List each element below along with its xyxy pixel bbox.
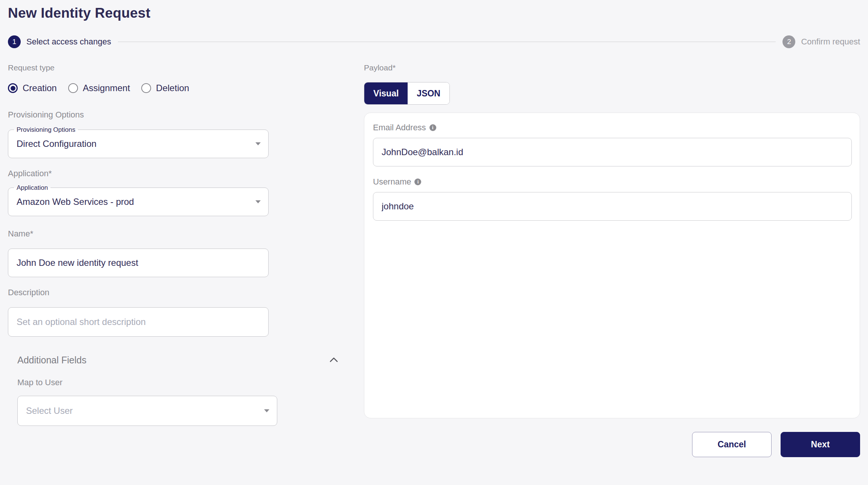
username-input[interactable]	[382, 192, 843, 220]
next-button[interactable]: Next	[781, 432, 860, 457]
chevron-down-icon	[255, 142, 261, 145]
additional-fields-title: Additional Fields	[17, 355, 86, 366]
payload-json-tab[interactable]: JSON	[408, 82, 449, 104]
username-input-box	[373, 192, 852, 221]
name-input[interactable]	[17, 249, 260, 277]
provisioning-float-label: Provisioning Options	[14, 126, 78, 134]
step-1-label: Select access changes	[26, 37, 111, 47]
chevron-down-icon	[255, 200, 261, 203]
stepper: 1 Select access changes 2 Confirm reques…	[8, 35, 860, 48]
form-content: Request type Creation Assignment Deletio…	[8, 48, 860, 457]
payload-card: Email Address i Username i	[364, 113, 860, 418]
radio-creation[interactable]: Creation	[8, 83, 57, 93]
info-icon[interactable]: i	[429, 124, 436, 131]
radio-deletion-label: Deletion	[156, 83, 189, 93]
step-2-label: Confirm request	[801, 37, 860, 47]
radio-assignment[interactable]: Assignment	[68, 83, 130, 93]
description-input[interactable]	[17, 308, 260, 336]
radio-selected-dot	[11, 86, 15, 91]
radio-creation-label: Creation	[23, 83, 57, 93]
application-float-label: Application	[14, 184, 50, 192]
request-type-label: Request type	[8, 63, 269, 72]
application-section-label: Application*	[8, 169, 269, 178]
radio-deletion[interactable]: Deletion	[141, 83, 189, 93]
step-2-circle: 2	[782, 35, 795, 48]
cancel-button[interactable]: Cancel	[692, 432, 772, 457]
request-type-radio-group: Creation Assignment Deletion	[8, 83, 269, 93]
username-label: Username	[373, 177, 411, 187]
chevron-up-icon	[330, 357, 338, 362]
email-field-group: Email Address i	[373, 123, 851, 166]
email-input-box	[373, 138, 852, 166]
radio-creation-circle[interactable]	[8, 83, 18, 93]
footer-actions: Cancel Next	[364, 432, 860, 457]
email-label: Email Address	[373, 123, 426, 133]
radio-assignment-label: Assignment	[83, 83, 130, 93]
provisioning-options-select[interactable]: Provisioning Options Direct Configuratio…	[8, 130, 269, 158]
step-2: 2 Confirm request	[782, 35, 860, 48]
step-1-circle: 1	[8, 35, 21, 48]
payload-visual-tab[interactable]: Visual	[364, 82, 408, 104]
collapse-additional-fields-button[interactable]	[328, 356, 339, 365]
chevron-down-icon	[264, 409, 269, 412]
map-to-user-placeholder: Select User	[26, 406, 73, 416]
payload-mode-toggle: Visual JSON	[364, 82, 450, 105]
radio-deletion-circle[interactable]	[141, 83, 151, 93]
provisioning-selected-value: Direct Configuration	[17, 139, 96, 149]
page-title: New Identity Request	[8, 5, 860, 21]
additional-fields-header: Additional Fields	[17, 355, 339, 366]
left-column: Request type Creation Assignment Deletio…	[8, 48, 269, 457]
new-identity-request-page: New Identity Request 1 Select access cha…	[0, 0, 868, 457]
map-to-user-label: Map to User	[17, 378, 269, 387]
description-input-box	[8, 307, 269, 337]
description-label: Description	[8, 288, 269, 297]
additional-fields-body: Map to User Select User	[17, 378, 269, 426]
name-input-box	[8, 249, 269, 277]
payload-label: Payload*	[364, 63, 860, 72]
username-field-group: Username i	[373, 177, 851, 221]
info-icon[interactable]: i	[414, 178, 421, 185]
email-input[interactable]	[382, 138, 843, 166]
step-1: 1 Select access changes	[8, 35, 111, 48]
name-label: Name*	[8, 229, 269, 239]
right-column: Payload* Visual JSON Email Address i	[364, 48, 860, 457]
map-to-user-select[interactable]: Select User	[17, 396, 277, 426]
application-selected-value: Amazon Web Services - prod	[17, 197, 134, 207]
radio-assignment-circle[interactable]	[68, 83, 78, 93]
stepper-connector-line	[118, 41, 776, 42]
email-label-row: Email Address i	[373, 123, 851, 133]
username-label-row: Username i	[373, 177, 851, 187]
provisioning-section-label: Provisioning Options	[8, 110, 269, 120]
application-select[interactable]: Application Amazon Web Services - prod	[8, 188, 269, 216]
